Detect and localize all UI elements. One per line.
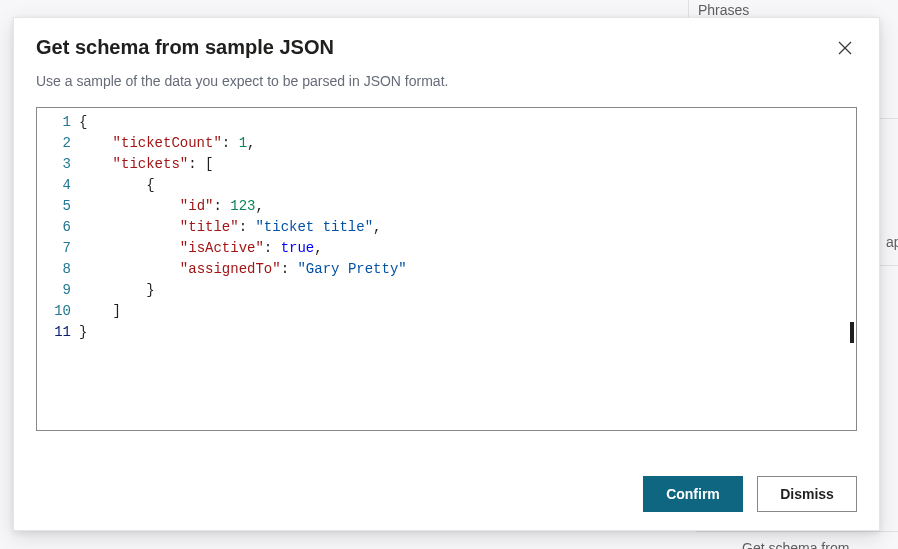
line-number: 8 xyxy=(37,259,71,280)
code-line: "id": 123, xyxy=(79,196,856,217)
line-number: 11 xyxy=(37,322,71,343)
background-divider xyxy=(880,265,898,266)
editor-cursor xyxy=(850,322,854,343)
json-editor[interactable]: 1234567891011 { "ticketCount": 1, "ticke… xyxy=(36,107,857,431)
line-number: 9 xyxy=(37,280,71,301)
line-number: 4 xyxy=(37,175,71,196)
dialog-title: Get schema from sample JSON xyxy=(36,36,857,59)
code-line: "ticketCount": 1, xyxy=(79,133,856,154)
background-text-top: Phrases xyxy=(698,2,749,18)
code-line: "assignedTo": "Gary Pretty" xyxy=(79,259,856,280)
code-line: ] xyxy=(79,301,856,322)
schema-dialog: Get schema from sample JSON Use a sample… xyxy=(13,17,880,531)
code-line: { xyxy=(79,112,856,133)
line-number: 1 xyxy=(37,112,71,133)
dialog-subtitle: Use a sample of the data you expect to b… xyxy=(14,73,879,107)
line-number: 3 xyxy=(37,154,71,175)
line-number: 7 xyxy=(37,238,71,259)
code-line: } xyxy=(79,322,856,343)
close-icon xyxy=(838,41,852,55)
editor-gutter: 1234567891011 xyxy=(37,108,79,430)
code-line: "tickets": [ xyxy=(79,154,856,175)
line-number: 10 xyxy=(37,301,71,322)
background-divider xyxy=(688,0,689,17)
line-number: 2 xyxy=(37,133,71,154)
line-number: 5 xyxy=(37,196,71,217)
code-line: "isActive": true, xyxy=(79,238,856,259)
confirm-button[interactable]: Confirm xyxy=(643,476,743,512)
dialog-footer: Confirm Dismiss xyxy=(14,431,879,530)
editor-code[interactable]: { "ticketCount": 1, "tickets": [ { "id":… xyxy=(79,108,856,430)
close-button[interactable] xyxy=(833,36,857,60)
background-text-right: ap xyxy=(886,234,898,250)
line-number: 6 xyxy=(37,217,71,238)
code-line: { xyxy=(79,175,856,196)
background-divider xyxy=(696,531,898,532)
dialog-header: Get schema from sample JSON xyxy=(14,18,879,73)
background-divider xyxy=(880,118,898,119)
code-line: } xyxy=(79,280,856,301)
background-text-bottom: Get schema from xyxy=(742,540,849,549)
code-line: "title": "ticket title", xyxy=(79,217,856,238)
dismiss-button[interactable]: Dismiss xyxy=(757,476,857,512)
